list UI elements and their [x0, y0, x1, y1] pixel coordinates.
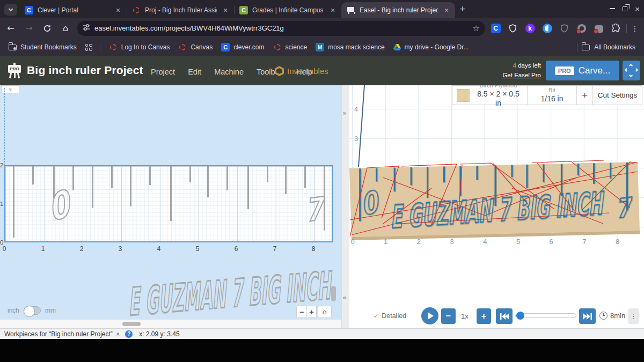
- easel-logo-icon[interactable]: PRO: [6, 63, 23, 79]
- puzzle-extension-icon[interactable]: [611, 23, 621, 33]
- bookmark-item-3[interactable]: Cclever.com: [221, 43, 264, 51]
- cut-settings-button[interactable]: Cut Settings: [593, 86, 642, 105]
- back-icon[interactable]: ←: [3, 21, 18, 36]
- play-button[interactable]: [421, 307, 438, 324]
- canvas-lms-icon: [133, 7, 140, 13]
- skip-to-end-button[interactable]: [579, 308, 596, 324]
- ruler-tick[interactable]: [149, 166, 151, 185]
- menu-project[interactable]: Project: [151, 68, 175, 76]
- skip-to-start-button[interactable]: [496, 308, 513, 324]
- simulation-menu-button[interactable]: ⋮: [628, 308, 639, 324]
- get-easel-pro-link[interactable]: Get Easel Pro: [502, 72, 541, 78]
- bookmark-label: mosa mack science: [328, 43, 384, 51]
- tab-search-chevron-icon[interactable]: [4, 4, 17, 16]
- speed-decrease-button[interactable]: −: [441, 308, 456, 324]
- menu-machine[interactable]: Machine: [214, 68, 244, 76]
- add-bit-button[interactable]: +: [577, 86, 593, 105]
- help-icon[interactable]: ?: [125, 330, 133, 338]
- tab-close-icon[interactable]: ×: [221, 6, 230, 14]
- x-axis-label-3d: 3: [450, 238, 453, 246]
- bookmark-item-2[interactable]: Canvas: [178, 43, 213, 51]
- site-info-icon[interactable]: [83, 24, 90, 33]
- home-icon[interactable]: ⌂: [58, 21, 73, 36]
- carve-button[interactable]: PRO Carve...: [546, 61, 619, 80]
- collapse-up-icon[interactable]: «: [114, 332, 122, 336]
- tab-close-icon[interactable]: ×: [442, 6, 451, 14]
- horizontal-scrollbar[interactable]: [122, 322, 141, 326]
- omnibox[interactable]: easel.inventables.com/projects/BWV4H64Wi…: [77, 21, 485, 36]
- url-text[interactable]: easel.inventables.com/projects/BWV4H64Wi…: [94, 24, 473, 32]
- kami-extension-icon[interactable]: k: [525, 23, 535, 33]
- ruler-tick[interactable]: [72, 166, 74, 190]
- menu-edit[interactable]: Edit: [188, 68, 201, 76]
- restore-icon[interactable]: [623, 6, 627, 11]
- rapid-move-path: [573, 160, 604, 161]
- close-icon[interactable]: ×: [635, 5, 640, 13]
- inventables-brand[interactable]: Inventables: [275, 66, 328, 76]
- expand-right-icon[interactable]: »: [342, 109, 347, 117]
- material-selector[interactable]: Birch Plywood 8.5 × 2 × 0.5 in: [452, 86, 528, 105]
- bookmark-item-4[interactable]: science: [273, 43, 308, 51]
- preview-panel-3d[interactable]: 43 E GUZMAN 7 BIG INCH 0 7 012345678 Bir…: [349, 85, 644, 328]
- apps-grid-icon[interactable]: [85, 44, 92, 51]
- zoom-home-button[interactable]: ⌂: [318, 306, 332, 318]
- bookmark-item-6[interactable]: my drive - Google Dr...: [393, 43, 469, 51]
- canvas-lms-icon: [274, 44, 281, 50]
- canvas-2d-background[interactable]: » E GUZMAN 7 BIG INCH 0 7 210 012345678 …: [0, 85, 341, 320]
- ruler-tick[interactable]: [189, 166, 191, 182]
- ruler-tick[interactable]: [207, 166, 209, 197]
- vertical-scrollbar[interactable]: [331, 286, 336, 301]
- detailed-checkbox[interactable]: ✓ Detailed: [374, 312, 406, 320]
- bit-selector[interactable]: Bit 1/16 in: [528, 86, 577, 105]
- tab-close-icon[interactable]: ×: [114, 6, 122, 14]
- seal-badge-extension-icon[interactable]: [576, 23, 587, 33]
- all-bookmarks-button[interactable]: All Bookmarks: [577, 43, 635, 52]
- ruler-tick[interactable]: [32, 166, 34, 184]
- ruler-tick[interactable]: [130, 166, 131, 206]
- bookmarks-managed-folder[interactable]: Student Bookmarks: [9, 43, 77, 51]
- tab-close-icon[interactable]: ×: [328, 6, 337, 14]
- reload-icon[interactable]: [40, 21, 55, 36]
- tab-4[interactable]: Easel - Big inch ruler Project×: [341, 2, 455, 18]
- browser-menu-icon[interactable]: ⋮: [631, 24, 639, 33]
- zoom-in-button[interactable]: +: [306, 306, 316, 317]
- ruler-tick[interactable]: [13, 166, 14, 238]
- pro-badge: PRO: [555, 67, 574, 75]
- minimize-icon[interactable]: [610, 8, 615, 9]
- forward-icon[interactable]: →: [21, 21, 36, 36]
- bookmark-item-1[interactable]: Log In to Canvas: [109, 43, 170, 51]
- design-canvas-2d[interactable]: » E GUZMAN 7 BIG INCH 0 7 210 012345678 …: [0, 85, 341, 328]
- ruler-tick[interactable]: [226, 166, 228, 190]
- ruler-tick[interactable]: [111, 166, 113, 188]
- slider-knob[interactable]: [516, 312, 524, 320]
- shield-light-extension-icon[interactable]: [508, 23, 518, 33]
- tab-3[interactable]: CGrades | Infinite Campus×: [234, 2, 341, 18]
- clever-extension-icon[interactable]: C: [491, 23, 501, 33]
- ruler-tick[interactable]: [170, 166, 172, 221]
- ruler-tick[interactable]: [92, 166, 93, 208]
- tab-1[interactable]: CClever | Portal×: [19, 2, 127, 18]
- ruler-tick[interactable]: [285, 166, 287, 194]
- ruler-tick[interactable]: [267, 166, 268, 182]
- tab-title: Grades | Infinite Campus: [252, 6, 324, 14]
- chat-badge-extension-icon[interactable]: [594, 23, 604, 33]
- new-tab-button[interactable]: +: [455, 2, 470, 17]
- panel-divider[interactable]: » «: [341, 85, 349, 328]
- timeline-slider[interactable]: [515, 313, 576, 318]
- inch-mm-toggle[interactable]: [24, 306, 41, 315]
- chromeos-shelf: Sign out US ↑ 2 Oct 28 1:22: [0, 339, 644, 362]
- workpieces-label[interactable]: Workpieces for “Big inch ruler Project”: [4, 330, 113, 338]
- ruler-tick[interactable]: [304, 166, 306, 188]
- favorite-star-icon[interactable]: ☆: [126, 65, 133, 75]
- speed-increase-button[interactable]: +: [477, 308, 491, 324]
- bookmark-item-5[interactable]: Mmosa mack science: [316, 43, 384, 51]
- bookmark-star-icon[interactable]: ☆: [473, 24, 480, 33]
- machine-jog-button[interactable]: [623, 61, 640, 80]
- zoom-out-button[interactable]: −: [297, 306, 306, 317]
- ruler-tick[interactable]: [247, 166, 249, 209]
- collapse-left-icon[interactable]: «: [342, 293, 347, 301]
- securly-extension-icon[interactable]: [542, 23, 552, 33]
- tab-2[interactable]: Proj - Big Inch Ruler Assignmen×: [127, 2, 234, 18]
- shield-dark-extension-icon[interactable]: [559, 23, 569, 33]
- ruler-right-glyph[interactable]: 7: [304, 190, 325, 229]
